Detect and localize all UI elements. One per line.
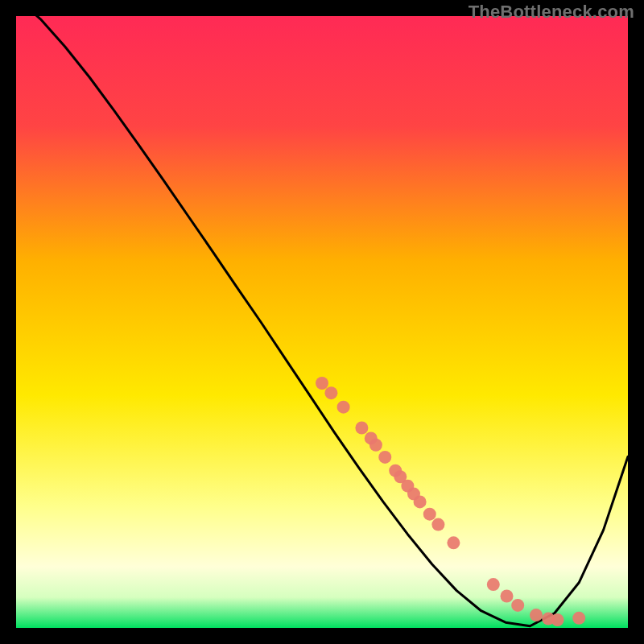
scatter-point — [423, 508, 436, 521]
scatter-point — [355, 421, 368, 434]
plot-area — [16, 16, 628, 628]
watermark-text: TheBottleneck.com — [469, 2, 634, 23]
chart-container: TheBottleneck.com — [0, 0, 644, 644]
scatter-point — [316, 377, 328, 390]
gradient-background — [16, 16, 628, 628]
scatter-point — [530, 609, 543, 621]
scatter-point — [447, 536, 460, 549]
chart-svg — [16, 16, 628, 628]
scatter-point — [431, 518, 444, 531]
scatter-point — [337, 401, 350, 414]
scatter-point — [511, 599, 524, 612]
scatter-point — [501, 589, 514, 602]
scatter-point — [378, 451, 391, 464]
scatter-point — [487, 578, 500, 591]
scatter-point — [414, 495, 427, 508]
scatter-point — [369, 439, 382, 452]
scatter-point — [324, 386, 337, 399]
scatter-point — [551, 613, 564, 626]
scatter-point — [572, 612, 585, 625]
